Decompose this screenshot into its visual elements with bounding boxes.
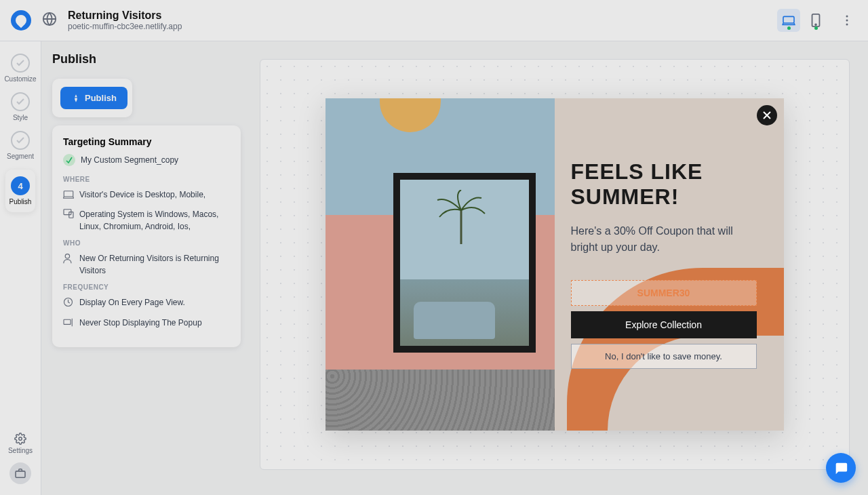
panel-heading: Publish bbox=[52, 52, 241, 66]
step-publish[interactable]: 4 Publish bbox=[5, 170, 36, 212]
rule-row: Display On Every Page View. bbox=[63, 296, 230, 310]
topbar: Returning Visitors poetic-muffin-cbc3ee.… bbox=[0, 0, 868, 41]
popup-preview: FEELS LIKE SUMMER! Here's a 30% Off Coup… bbox=[326, 98, 784, 431]
popup-subheading: Here's a 30% Off Coupon that will bright… bbox=[571, 223, 757, 256]
step-customize[interactable]: Customize bbox=[4, 54, 36, 83]
rule-row: New Or Returning Visitors is Returning V… bbox=[63, 252, 230, 277]
person-icon bbox=[63, 253, 74, 266]
popup-image-panel bbox=[326, 98, 555, 431]
popup-decline-button[interactable]: No, I don't like to save money. bbox=[571, 344, 757, 369]
page-title: Returning Visitors bbox=[68, 9, 182, 22]
settings-button[interactable]: Settings bbox=[8, 433, 33, 454]
step-style[interactable]: Style bbox=[11, 92, 30, 121]
rocket-icon bbox=[71, 94, 81, 103]
globe-icon bbox=[42, 12, 57, 29]
popup-close-button[interactable] bbox=[757, 105, 777, 125]
targeting-summary-card: Targeting Summary My Custom Segment_copy… bbox=[52, 125, 241, 347]
who-section-label: WHO bbox=[63, 239, 230, 247]
publish-panel: Publish Publish Targeting Summary My Cus… bbox=[41, 41, 241, 495]
chat-icon bbox=[833, 460, 848, 475]
popup-cta-button[interactable]: Explore Collection bbox=[571, 311, 757, 338]
rule-row: Visitor's Device is Desktop, Mobile, bbox=[63, 189, 230, 201]
step-segment[interactable]: Segment bbox=[7, 131, 34, 160]
clock-icon bbox=[63, 297, 74, 310]
mobile-preview-button[interactable] bbox=[804, 9, 827, 32]
svg-rect-1 bbox=[783, 16, 794, 23]
publish-button[interactable]: Publish bbox=[60, 87, 127, 109]
svg-rect-14 bbox=[64, 319, 71, 324]
popup-coupon-code[interactable]: SUMMER30 bbox=[571, 280, 757, 306]
rule-row: Operating System is Windows, Macos, Linu… bbox=[63, 208, 230, 233]
page-subtitle: poetic-muffin-cbc3ee.netlify.app bbox=[68, 22, 182, 31]
publish-card: Publish bbox=[52, 79, 132, 117]
gear-icon bbox=[14, 433, 26, 445]
chat-support-button[interactable] bbox=[826, 453, 856, 483]
svg-point-5 bbox=[846, 20, 848, 22]
where-section-label: WHERE bbox=[63, 176, 230, 183]
rule-row: Never Stop Displaying The Popup bbox=[63, 317, 230, 330]
os-icon bbox=[63, 209, 74, 221]
briefcase-button[interactable] bbox=[9, 462, 31, 484]
svg-rect-9 bbox=[64, 191, 73, 197]
preview-frame: FEELS LIKE SUMMER! Here's a 30% Off Coup… bbox=[260, 59, 850, 470]
segment-name: My Custom Segment_copy bbox=[81, 155, 178, 165]
close-icon bbox=[763, 111, 771, 119]
sidebar: Customize Style Segment 4 Publish Settin… bbox=[0, 41, 41, 495]
popup-content-panel: FEELS LIKE SUMMER! Here's a 30% Off Coup… bbox=[555, 98, 784, 431]
segment-status-icon bbox=[63, 154, 75, 166]
briefcase-icon bbox=[15, 469, 26, 478]
repeat-icon bbox=[63, 317, 74, 330]
frequency-section-label: FREQUENCY bbox=[63, 283, 230, 291]
preview-canvas: FEELS LIKE SUMMER! Here's a 30% Off Coup… bbox=[241, 41, 868, 495]
svg-point-3 bbox=[815, 24, 816, 25]
popup-heading: FEELS LIKE SUMMER! bbox=[571, 159, 757, 210]
segment-row: My Custom Segment_copy bbox=[63, 154, 230, 166]
svg-point-7 bbox=[19, 437, 22, 441]
more-menu-button[interactable] bbox=[837, 10, 857, 31]
svg-rect-8 bbox=[16, 471, 25, 477]
svg-point-4 bbox=[846, 16, 848, 18]
summary-heading: Targeting Summary bbox=[63, 136, 230, 147]
svg-point-6 bbox=[846, 24, 848, 26]
device-icon bbox=[63, 189, 74, 201]
svg-point-12 bbox=[65, 254, 69, 258]
app-logo[interactable] bbox=[11, 10, 31, 31]
desktop-preview-button[interactable] bbox=[777, 9, 800, 32]
